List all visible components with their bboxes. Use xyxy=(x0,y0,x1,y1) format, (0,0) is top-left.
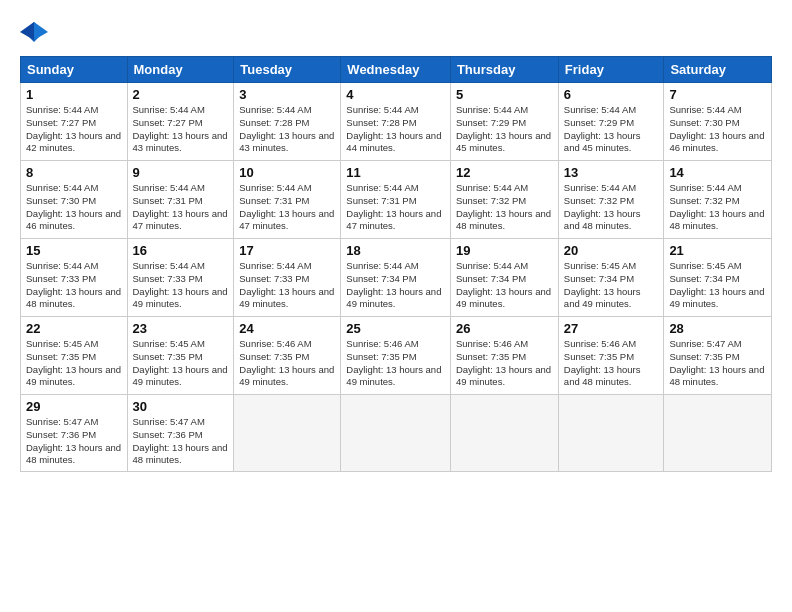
logo-icon xyxy=(20,18,48,46)
calendar-cell: 1 Sunrise: 5:44 AM Sunset: 7:27 PM Dayli… xyxy=(21,83,128,161)
calendar-cell: 20 Sunrise: 5:45 AM Sunset: 7:34 PM Dayl… xyxy=(558,239,664,317)
day-number: 11 xyxy=(346,165,445,180)
calendar-cell: 8 Sunrise: 5:44 AM Sunset: 7:30 PM Dayli… xyxy=(21,161,128,239)
day-number: 13 xyxy=(564,165,659,180)
calendar-table: SundayMondayTuesdayWednesdayThursdayFrid… xyxy=(20,56,772,472)
calendar-header-friday: Friday xyxy=(558,57,664,83)
calendar-cell: 21 Sunrise: 5:45 AM Sunset: 7:34 PM Dayl… xyxy=(664,239,772,317)
calendar-cell: 22 Sunrise: 5:45 AM Sunset: 7:35 PM Dayl… xyxy=(21,317,128,395)
day-info: Sunrise: 5:44 AM Sunset: 7:27 PM Dayligh… xyxy=(26,104,122,155)
day-info: Sunrise: 5:44 AM Sunset: 7:34 PM Dayligh… xyxy=(456,260,553,311)
day-info: Sunrise: 5:44 AM Sunset: 7:28 PM Dayligh… xyxy=(239,104,335,155)
day-number: 9 xyxy=(133,165,229,180)
day-info: Sunrise: 5:44 AM Sunset: 7:32 PM Dayligh… xyxy=(669,182,766,233)
day-info: Sunrise: 5:46 AM Sunset: 7:35 PM Dayligh… xyxy=(456,338,553,389)
day-info: Sunrise: 5:44 AM Sunset: 7:29 PM Dayligh… xyxy=(456,104,553,155)
calendar-cell: 13 Sunrise: 5:44 AM Sunset: 7:32 PM Dayl… xyxy=(558,161,664,239)
calendar-cell: 17 Sunrise: 5:44 AM Sunset: 7:33 PM Dayl… xyxy=(234,239,341,317)
calendar-cell xyxy=(341,395,451,472)
day-number: 15 xyxy=(26,243,122,258)
day-info: Sunrise: 5:44 AM Sunset: 7:29 PM Dayligh… xyxy=(564,104,659,155)
svg-marker-1 xyxy=(34,22,48,40)
day-number: 7 xyxy=(669,87,766,102)
day-info: Sunrise: 5:44 AM Sunset: 7:32 PM Dayligh… xyxy=(456,182,553,233)
calendar-week-4: 29 Sunrise: 5:47 AM Sunset: 7:36 PM Dayl… xyxy=(21,395,772,472)
day-info: Sunrise: 5:44 AM Sunset: 7:31 PM Dayligh… xyxy=(346,182,445,233)
day-info: Sunrise: 5:44 AM Sunset: 7:28 PM Dayligh… xyxy=(346,104,445,155)
day-info: Sunrise: 5:44 AM Sunset: 7:30 PM Dayligh… xyxy=(26,182,122,233)
day-number: 30 xyxy=(133,399,229,414)
day-number: 10 xyxy=(239,165,335,180)
day-info: Sunrise: 5:44 AM Sunset: 7:34 PM Dayligh… xyxy=(346,260,445,311)
calendar-cell: 29 Sunrise: 5:47 AM Sunset: 7:36 PM Dayl… xyxy=(21,395,128,472)
calendar-cell xyxy=(234,395,341,472)
day-number: 8 xyxy=(26,165,122,180)
calendar-cell: 19 Sunrise: 5:44 AM Sunset: 7:34 PM Dayl… xyxy=(450,239,558,317)
svg-marker-2 xyxy=(20,22,34,40)
day-number: 1 xyxy=(26,87,122,102)
day-number: 21 xyxy=(669,243,766,258)
day-number: 20 xyxy=(564,243,659,258)
day-info: Sunrise: 5:44 AM Sunset: 7:31 PM Dayligh… xyxy=(239,182,335,233)
calendar-week-2: 15 Sunrise: 5:44 AM Sunset: 7:33 PM Dayl… xyxy=(21,239,772,317)
calendar-week-1: 8 Sunrise: 5:44 AM Sunset: 7:30 PM Dayli… xyxy=(21,161,772,239)
calendar-cell: 16 Sunrise: 5:44 AM Sunset: 7:33 PM Dayl… xyxy=(127,239,234,317)
calendar-cell: 6 Sunrise: 5:44 AM Sunset: 7:29 PM Dayli… xyxy=(558,83,664,161)
logo xyxy=(20,18,52,46)
day-number: 4 xyxy=(346,87,445,102)
calendar-cell xyxy=(558,395,664,472)
day-info: Sunrise: 5:44 AM Sunset: 7:32 PM Dayligh… xyxy=(564,182,659,233)
calendar-week-3: 22 Sunrise: 5:45 AM Sunset: 7:35 PM Dayl… xyxy=(21,317,772,395)
calendar-cell: 25 Sunrise: 5:46 AM Sunset: 7:35 PM Dayl… xyxy=(341,317,451,395)
calendar-cell: 23 Sunrise: 5:45 AM Sunset: 7:35 PM Dayl… xyxy=(127,317,234,395)
calendar-cell xyxy=(450,395,558,472)
calendar-cell: 12 Sunrise: 5:44 AM Sunset: 7:32 PM Dayl… xyxy=(450,161,558,239)
calendar-cell: 18 Sunrise: 5:44 AM Sunset: 7:34 PM Dayl… xyxy=(341,239,451,317)
calendar-cell: 14 Sunrise: 5:44 AM Sunset: 7:32 PM Dayl… xyxy=(664,161,772,239)
calendar-cell: 28 Sunrise: 5:47 AM Sunset: 7:35 PM Dayl… xyxy=(664,317,772,395)
day-info: Sunrise: 5:46 AM Sunset: 7:35 PM Dayligh… xyxy=(564,338,659,389)
calendar-header-sunday: Sunday xyxy=(21,57,128,83)
day-info: Sunrise: 5:47 AM Sunset: 7:36 PM Dayligh… xyxy=(26,416,122,467)
calendar-header-monday: Monday xyxy=(127,57,234,83)
calendar-cell: 2 Sunrise: 5:44 AM Sunset: 7:27 PM Dayli… xyxy=(127,83,234,161)
day-number: 16 xyxy=(133,243,229,258)
day-number: 25 xyxy=(346,321,445,336)
day-info: Sunrise: 5:45 AM Sunset: 7:35 PM Dayligh… xyxy=(26,338,122,389)
day-info: Sunrise: 5:46 AM Sunset: 7:35 PM Dayligh… xyxy=(346,338,445,389)
day-info: Sunrise: 5:45 AM Sunset: 7:34 PM Dayligh… xyxy=(669,260,766,311)
calendar-cell: 4 Sunrise: 5:44 AM Sunset: 7:28 PM Dayli… xyxy=(341,83,451,161)
calendar-cell: 7 Sunrise: 5:44 AM Sunset: 7:30 PM Dayli… xyxy=(664,83,772,161)
day-number: 2 xyxy=(133,87,229,102)
day-number: 14 xyxy=(669,165,766,180)
calendar-cell: 15 Sunrise: 5:44 AM Sunset: 7:33 PM Dayl… xyxy=(21,239,128,317)
day-info: Sunrise: 5:44 AM Sunset: 7:30 PM Dayligh… xyxy=(669,104,766,155)
day-number: 23 xyxy=(133,321,229,336)
day-number: 19 xyxy=(456,243,553,258)
calendar-header-wednesday: Wednesday xyxy=(341,57,451,83)
calendar-header-thursday: Thursday xyxy=(450,57,558,83)
calendar-cell: 30 Sunrise: 5:47 AM Sunset: 7:36 PM Dayl… xyxy=(127,395,234,472)
day-info: Sunrise: 5:45 AM Sunset: 7:34 PM Dayligh… xyxy=(564,260,659,311)
calendar-cell xyxy=(664,395,772,472)
calendar-cell: 27 Sunrise: 5:46 AM Sunset: 7:35 PM Dayl… xyxy=(558,317,664,395)
day-number: 27 xyxy=(564,321,659,336)
calendar-cell: 10 Sunrise: 5:44 AM Sunset: 7:31 PM Dayl… xyxy=(234,161,341,239)
day-info: Sunrise: 5:44 AM Sunset: 7:27 PM Dayligh… xyxy=(133,104,229,155)
calendar-header-tuesday: Tuesday xyxy=(234,57,341,83)
calendar-cell: 3 Sunrise: 5:44 AM Sunset: 7:28 PM Dayli… xyxy=(234,83,341,161)
calendar-header-saturday: Saturday xyxy=(664,57,772,83)
day-number: 17 xyxy=(239,243,335,258)
day-number: 6 xyxy=(564,87,659,102)
day-number: 18 xyxy=(346,243,445,258)
day-number: 22 xyxy=(26,321,122,336)
day-number: 28 xyxy=(669,321,766,336)
day-number: 3 xyxy=(239,87,335,102)
day-info: Sunrise: 5:44 AM Sunset: 7:31 PM Dayligh… xyxy=(133,182,229,233)
day-number: 12 xyxy=(456,165,553,180)
calendar-header-row: SundayMondayTuesdayWednesdayThursdayFrid… xyxy=(21,57,772,83)
day-info: Sunrise: 5:44 AM Sunset: 7:33 PM Dayligh… xyxy=(133,260,229,311)
day-info: Sunrise: 5:44 AM Sunset: 7:33 PM Dayligh… xyxy=(239,260,335,311)
day-info: Sunrise: 5:46 AM Sunset: 7:35 PM Dayligh… xyxy=(239,338,335,389)
calendar-cell: 5 Sunrise: 5:44 AM Sunset: 7:29 PM Dayli… xyxy=(450,83,558,161)
